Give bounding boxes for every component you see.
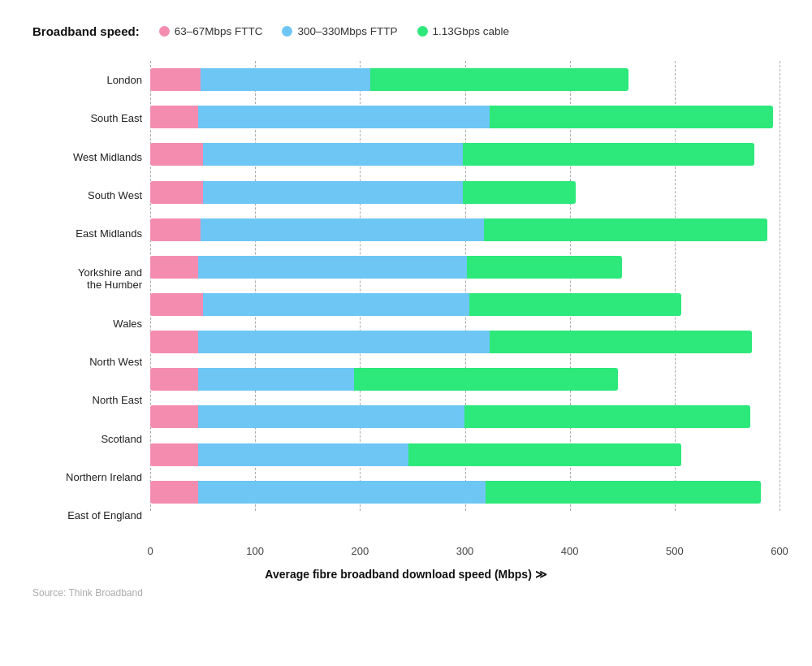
bar-segment-cable xyxy=(463,143,754,166)
bar-segment-fttc xyxy=(150,218,201,241)
bar-track xyxy=(150,443,681,466)
x-tick: 300 xyxy=(456,545,474,557)
x-axis-label: Average fibre broadband download speed (… xyxy=(32,568,780,581)
x-tick: 100 xyxy=(246,545,264,557)
bar-segment-fttp xyxy=(201,218,484,241)
bar-segment-fttc xyxy=(150,293,203,316)
bar-row xyxy=(150,215,780,244)
bar-segment-cable xyxy=(408,443,681,466)
bar-segment-fttp xyxy=(198,331,490,353)
bars-section: 0100200300400500600 xyxy=(150,61,780,564)
y-label: West Midlands xyxy=(32,151,150,164)
bar-segment-fttc xyxy=(150,443,198,466)
bar-track xyxy=(150,293,681,316)
legend-label-cable: 1.13Gbps cable xyxy=(433,25,510,37)
bar-segment-fttc xyxy=(150,405,198,428)
bar-row xyxy=(150,440,780,469)
bars-rows xyxy=(150,61,780,540)
bar-segment-cable xyxy=(370,68,628,91)
bar-segment-cable xyxy=(463,181,576,204)
bar-segment-fttp xyxy=(198,443,408,466)
bar-segment-fttc xyxy=(150,143,203,166)
bar-track xyxy=(150,405,750,428)
bar-row xyxy=(150,140,780,169)
bar-row xyxy=(150,178,780,207)
chart-container: Broadband speed: 63–67Mbps FTTC 300–330M… xyxy=(0,0,812,666)
bar-segment-fttc xyxy=(150,368,198,391)
y-label: Northern Ireland xyxy=(32,471,150,484)
bar-segment-cable xyxy=(490,106,773,128)
x-axis-wrapper: 0100200300400500600 xyxy=(150,540,780,564)
bar-track xyxy=(150,68,628,91)
y-label: North East xyxy=(32,394,150,407)
legend-dot-cable xyxy=(417,26,428,37)
legend-label-fttp: 300–330Mbps FTTP xyxy=(297,25,397,37)
bar-track xyxy=(150,331,752,353)
bar-row xyxy=(150,327,780,357)
legend-label-fttc: 63–67Mbps FTTC xyxy=(175,25,263,37)
bar-segment-fttp xyxy=(203,293,469,316)
bar-row xyxy=(150,478,780,507)
bar-segment-cable xyxy=(484,218,767,241)
bar-track xyxy=(150,481,761,504)
y-label: Yorkshire and the Humber xyxy=(32,266,150,292)
bar-segment-fttc xyxy=(150,68,201,91)
bar-row xyxy=(150,365,780,394)
legend-item-fttc: 63–67Mbps FTTC xyxy=(159,25,263,37)
x-tick: 200 xyxy=(351,545,369,557)
bar-segment-fttc xyxy=(150,181,203,204)
y-label: London xyxy=(32,74,150,87)
y-label: North West xyxy=(32,356,150,369)
bar-segment-fttp xyxy=(203,143,463,166)
legend: Broadband speed: 63–67Mbps FTTC 300–330M… xyxy=(32,24,780,38)
bar-segment-cable xyxy=(490,331,752,353)
legend-dot-fttp xyxy=(282,26,292,37)
bar-segment-fttp xyxy=(198,481,486,504)
x-tick: 0 xyxy=(147,545,153,557)
bar-track xyxy=(150,256,622,279)
y-label: South West xyxy=(32,189,150,202)
bar-segment-cable xyxy=(354,368,618,391)
legend-item-cable: 1.13Gbps cable xyxy=(417,25,510,37)
bar-track xyxy=(150,143,754,166)
source-label: Source: Think Broadband xyxy=(32,587,780,599)
bar-track xyxy=(150,181,576,204)
legend-dot-fttc xyxy=(159,26,170,37)
legend-item-fttp: 300–330Mbps FTTP xyxy=(282,25,397,37)
bar-segment-fttc xyxy=(150,481,198,504)
x-tick: 600 xyxy=(771,545,788,557)
grid-line xyxy=(780,61,780,511)
bar-segment-fttp xyxy=(198,106,490,128)
x-tick: 500 xyxy=(666,545,684,557)
y-label: Scotland xyxy=(32,433,150,446)
bar-row xyxy=(150,102,780,132)
y-label: South East xyxy=(32,112,150,125)
y-label: East of England xyxy=(32,509,150,522)
bar-row xyxy=(150,402,780,431)
x-axis: 0100200300400500600 xyxy=(150,540,780,564)
bar-segment-fttc xyxy=(150,331,198,353)
legend-title: Broadband speed: xyxy=(32,24,140,38)
bar-segment-cable xyxy=(469,293,681,316)
bar-row xyxy=(150,290,780,319)
bar-segment-fttp xyxy=(203,181,463,204)
bar-track xyxy=(150,368,618,391)
x-tick: 400 xyxy=(561,545,579,557)
bar-segment-fttp xyxy=(198,405,464,428)
bar-segment-fttc xyxy=(150,256,198,279)
bar-row xyxy=(150,253,780,282)
bar-segment-cable xyxy=(486,481,760,504)
chart-area: LondonSouth EastWest MidlandsSouth WestE… xyxy=(32,61,780,564)
bar-segment-fttp xyxy=(198,368,353,391)
bar-segment-fttp xyxy=(198,256,467,279)
bar-track xyxy=(150,218,767,241)
bar-segment-cable xyxy=(464,405,749,428)
bar-track xyxy=(150,106,773,128)
bar-segment-fttp xyxy=(201,68,370,91)
bar-segment-fttc xyxy=(150,106,198,128)
bar-segment-cable xyxy=(467,256,622,279)
y-label: Wales xyxy=(32,318,150,331)
bar-row xyxy=(150,65,780,94)
y-label: East Midlands xyxy=(32,227,150,240)
y-labels: LondonSouth EastWest MidlandsSouth WestE… xyxy=(32,61,150,564)
